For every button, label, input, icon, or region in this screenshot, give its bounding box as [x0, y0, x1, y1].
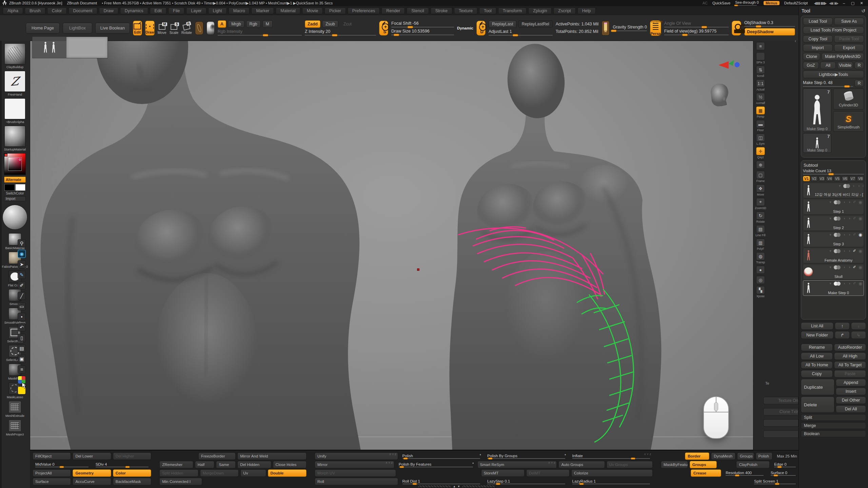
- paint-icon[interactable]: [862, 184, 864, 188]
- right-shelf-button[interactable]: ▤ Line Fill: [755, 225, 766, 237]
- tool-cylinder3d[interactable]: Cylinder3D: [833, 88, 864, 109]
- a-toggle-button[interactable]: A: [218, 20, 226, 28]
- tool-panel-button[interactable]: Visible: [837, 62, 853, 69]
- field-of-view-slider[interactable]: Field of view(deg) 39.59775: [664, 29, 729, 35]
- shelf-cell[interactable]: Morph UV: [315, 469, 396, 477]
- subtool-row[interactable]: Step 3: [803, 231, 864, 247]
- right-shelf-button[interactable]: ▥ PolyF: [755, 239, 766, 250]
- polypaint-icon[interactable]: [843, 184, 851, 188]
- menu-item[interactable]: Color: [47, 7, 67, 14]
- divider-tray-icons-left[interactable]: ◂▮▮▮ ▮▮▮▸: [814, 1, 826, 5]
- contrast-icon[interactable]: [848, 233, 851, 237]
- replay-icon[interactable]: D: [476, 21, 486, 36]
- movie-camera-icon[interactable]: [732, 21, 741, 36]
- menu-item[interactable]: Macro: [229, 7, 250, 14]
- paint-icon[interactable]: [853, 217, 856, 220]
- shelf-cell[interactable]: ZRemesher: [159, 461, 193, 468]
- pin-icon[interactable]: ⚲: [18, 239, 26, 247]
- vtab[interactable]: V4: [826, 176, 833, 181]
- left-tray-edge[interactable]: [0, 41, 2, 488]
- current-material-button[interactable]: [206, 21, 215, 35]
- menu-item[interactable]: Brush: [25, 7, 45, 14]
- eye-icon[interactable]: [859, 216, 862, 221]
- quicksave-button[interactable]: QuickSave: [712, 1, 730, 5]
- half-visibility-icon[interactable]: [844, 282, 846, 285]
- shelf-cell[interactable]: ClayPolish: [736, 461, 770, 468]
- tool-panel-button[interactable]: Make PolyMesh3D: [822, 53, 864, 60]
- draw-size-icon[interactable]: S: [379, 21, 388, 36]
- dock-arrow-up[interactable]: ▲: [453, 485, 456, 488]
- subtool-folder-button[interactable]: ↱: [835, 331, 850, 339]
- shelf-cell[interactable]: Same: [216, 461, 236, 468]
- eye-icon[interactable]: [859, 249, 862, 253]
- subtool-row[interactable]: Step 2: [803, 215, 864, 231]
- right-shelf-button[interactable]: ✥ Move: [755, 184, 766, 196]
- dot-icon[interactable]: •: [18, 313, 26, 321]
- polypaint-icon[interactable]: [834, 282, 841, 286]
- contrast-icon[interactable]: [848, 282, 851, 285]
- shelf-cell[interactable]: Close Holes: [273, 461, 307, 468]
- shelf-cell[interactable]: Min Connected I: [159, 478, 202, 485]
- delete-button[interactable]: Delete: [801, 396, 834, 413]
- menu-item[interactable]: Zplugin: [528, 7, 552, 14]
- flipdown-icon[interactable]: [830, 265, 832, 269]
- append-button[interactable]: Append: [836, 379, 866, 386]
- paint-icon[interactable]: [853, 282, 856, 285]
- printer-icon[interactable]: ▤: [18, 344, 26, 352]
- menu-item[interactable]: Alpha: [3, 7, 23, 14]
- shelf-cell[interactable]: Del Higher: [113, 452, 151, 460]
- tool-panel-button[interactable]: GoZ: [803, 62, 819, 69]
- subtool-section-header[interactable]: Split: [801, 414, 866, 421]
- tool-panel-button[interactable]: Paste Tool: [834, 35, 864, 43]
- right-shelf-button[interactable]: ✛ Qxyz: [755, 147, 766, 159]
- list-icon[interactable]: ≡: [18, 365, 26, 373]
- make-step-r-button[interactable]: R: [854, 80, 864, 87]
- shelf-cell[interactable]: MergeDown: [200, 469, 239, 477]
- subtool-row[interactable]: Skull: [803, 264, 864, 280]
- half-visibility-icon[interactable]: [844, 249, 846, 253]
- trash-icon[interactable]: ▯: [18, 334, 26, 342]
- restore-button[interactable]: ▢: [848, 1, 857, 5]
- vtab[interactable]: V8: [857, 176, 864, 181]
- edit-mode-button[interactable]: Edit: [133, 21, 142, 36]
- eraser-icon[interactable]: ▭: [18, 302, 26, 310]
- tool-panel-button[interactable]: Load Tools From Project: [803, 26, 864, 34]
- left-shelf-item[interactable]: ClayBuildup: [4, 43, 25, 69]
- zadd-button[interactable]: Zadd: [305, 20, 320, 28]
- eye-icon[interactable]: [859, 200, 862, 204]
- shelf-cell[interactable]: Colorize: [571, 469, 653, 477]
- shelf-cell[interactable]: Smart ReSym: [477, 461, 557, 468]
- subtool-row[interactable]: Female Anatomy: [803, 248, 864, 263]
- subtool-action-button[interactable]: All High: [834, 352, 866, 360]
- persp-button[interactable]: Dynamic Persp: [650, 20, 661, 36]
- subtool-action-button[interactable]: All To Target: [834, 361, 866, 369]
- eye-icon[interactable]: [859, 265, 862, 269]
- right-shelf-button[interactable]: 1:1 Actual: [755, 79, 766, 91]
- contrast-icon[interactable]: [848, 200, 851, 204]
- shelf-cell[interactable]: Max 25 Min: [774, 452, 798, 460]
- occluded-button[interactable]: [763, 430, 798, 438]
- flipdown-icon[interactable]: [830, 200, 832, 204]
- camview-head-widget[interactable]: [705, 81, 732, 111]
- rgb-button[interactable]: Rgb: [246, 20, 261, 28]
- occluded-button[interactable]: [763, 419, 798, 427]
- subtool-row[interactable]: 12강 여성 3단계 바디 각상 - [가슴]: [803, 183, 864, 198]
- contrast-icon[interactable]: [848, 249, 851, 253]
- menus-toggle-button[interactable]: Menus: [764, 1, 780, 5]
- shelf-cell[interactable]: Edge 0: [771, 461, 798, 468]
- shelf-cell[interactable]: Split Hidden: [159, 469, 198, 477]
- tool-panel-button[interactable]: Load Tool: [803, 18, 833, 25]
- shelf-cell[interactable]: BackfaceMask: [113, 478, 151, 485]
- draw-mode-button[interactable]: Draw: [145, 21, 155, 36]
- right-shelf-button[interactable]: ◫ L.Sym: [755, 134, 766, 145]
- shelf-cell[interactable]: Polish By Groups: [485, 452, 568, 460]
- main-color-swatch[interactable]: [4, 184, 15, 191]
- menu-item[interactable]: Stencil: [407, 7, 429, 14]
- polypaint-icon[interactable]: [834, 233, 841, 237]
- current-stroke-button[interactable]: [195, 21, 203, 35]
- polypaint-icon[interactable]: [834, 249, 841, 253]
- menu-item[interactable]: Picker: [324, 7, 346, 14]
- axis-gizmo[interactable]: [718, 59, 740, 72]
- adjust-last-slider[interactable]: AdjustLast 1: [489, 29, 553, 36]
- subtool-action-button[interactable]: All Low: [801, 352, 833, 360]
